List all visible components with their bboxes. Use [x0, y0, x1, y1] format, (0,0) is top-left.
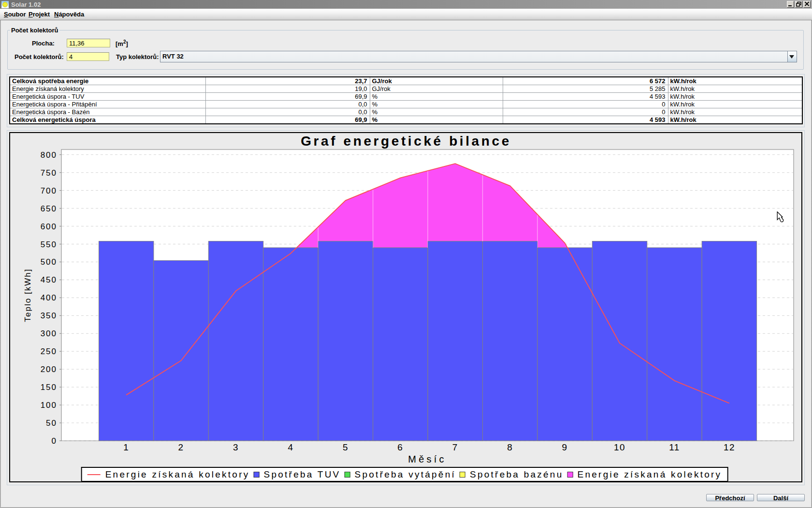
svg-text:600: 600	[41, 222, 57, 231]
svg-text:350: 350	[41, 311, 57, 320]
svg-text:3: 3	[233, 442, 239, 452]
svg-text:750: 750	[41, 168, 57, 178]
svg-text:100: 100	[41, 401, 57, 410]
svg-text:4: 4	[288, 442, 294, 452]
svg-text:10: 10	[614, 442, 625, 452]
svg-text:7: 7	[452, 442, 458, 452]
svg-text:1: 1	[123, 442, 129, 452]
svg-text:450: 450	[41, 275, 57, 284]
svg-text:50: 50	[46, 418, 57, 428]
svg-text:550: 550	[41, 240, 57, 249]
svg-text:6: 6	[397, 442, 403, 452]
svg-text:500: 500	[41, 257, 57, 267]
svg-text:5: 5	[343, 442, 348, 452]
svg-text:800: 800	[41, 150, 57, 160]
svg-text:12: 12	[724, 442, 735, 452]
svg-text:700: 700	[41, 186, 57, 195]
svg-text:Teplo [kWh]: Teplo [kWh]	[23, 269, 32, 322]
svg-text:Měsíc: Měsíc	[408, 454, 446, 464]
svg-text:9: 9	[562, 442, 568, 452]
svg-text:200: 200	[41, 365, 57, 374]
svg-text:250: 250	[41, 347, 57, 356]
svg-text:11: 11	[669, 442, 680, 452]
svg-text:Graf energetické bilance: Graf energetické bilance	[301, 134, 511, 149]
svg-text:0: 0	[52, 436, 57, 446]
svg-text:650: 650	[41, 204, 57, 213]
svg-text:8: 8	[507, 442, 513, 452]
svg-text:150: 150	[41, 383, 57, 392]
svg-text:2: 2	[178, 442, 184, 452]
svg-text:300: 300	[41, 329, 57, 338]
svg-text:400: 400	[41, 293, 57, 302]
